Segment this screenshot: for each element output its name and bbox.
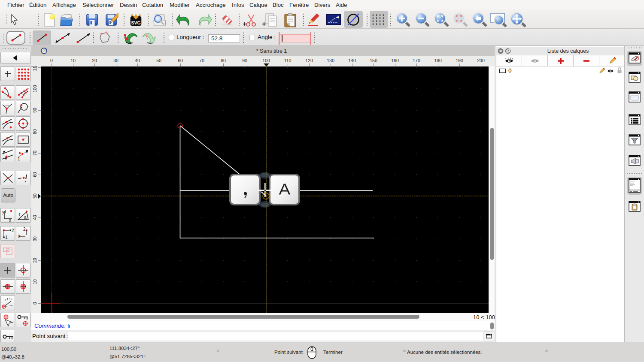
svg-text:130: 130 (327, 58, 334, 63)
svg-text:0: 0 (32, 302, 37, 305)
svg-text:80: 80 (221, 58, 226, 63)
svg-text:50: 50 (32, 193, 37, 199)
svg-text:40: 40 (32, 215, 37, 220)
svg-text:190: 190 (456, 58, 463, 63)
svg-text:150: 150 (370, 58, 377, 63)
svg-text:30: 30 (113, 58, 118, 63)
svg-text:10: 10 (32, 279, 37, 284)
svg-text:2: 2 (23, 227, 26, 232)
svg-text:y: y (2, 210, 4, 214)
svg-text:1: 1 (18, 234, 20, 239)
svg-text:180: 180 (434, 58, 442, 63)
svg-text:x: x (9, 218, 11, 222)
svg-text:60: 60 (178, 58, 183, 63)
svg-text:110: 110 (284, 58, 292, 63)
svg-text:200: 200 (477, 58, 485, 63)
svg-text:1: 1 (5, 235, 8, 240)
svg-text:a: a (24, 215, 27, 220)
svg-text:40: 40 (135, 58, 140, 63)
svg-text:2: 2 (26, 149, 28, 154)
svg-text:70: 70 (199, 58, 204, 63)
svg-text:10: 10 (70, 58, 76, 63)
svg-text:20: 20 (32, 258, 37, 263)
svg-text:80: 80 (32, 129, 37, 134)
svg-text:160: 160 (391, 58, 399, 63)
svg-text:r: r (19, 212, 21, 217)
svg-text:2: 2 (12, 228, 14, 233)
svg-text:100: 100 (32, 85, 37, 93)
svg-text:140: 140 (348, 58, 356, 63)
svg-text:30: 30 (32, 236, 37, 241)
svg-text:100: 100 (262, 58, 270, 63)
svg-text:1: 1 (18, 157, 20, 161)
svg-text:50: 50 (156, 58, 161, 63)
svg-text:20: 20 (92, 58, 97, 63)
svg-text:170: 170 (413, 58, 420, 63)
svg-text:60: 60 (32, 172, 37, 177)
svg-text:0: 0 (50, 58, 53, 63)
svg-text:90: 90 (32, 108, 37, 113)
svg-text:SVG: SVG (131, 20, 140, 25)
svg-text:110: 110 (32, 66, 37, 71)
svg-text:120: 120 (305, 58, 313, 63)
svg-text:70: 70 (32, 151, 37, 156)
svg-text:90: 90 (242, 58, 247, 63)
